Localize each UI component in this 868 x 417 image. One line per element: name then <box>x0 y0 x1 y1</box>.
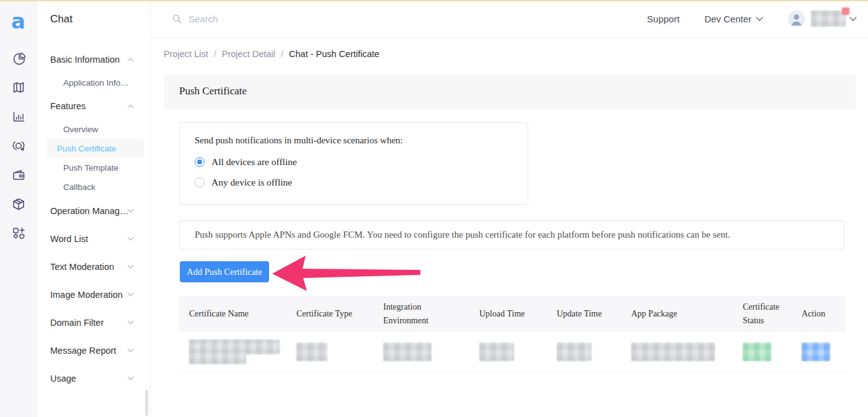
main-area: Support Dev Center Project List / Projec… <box>151 0 868 417</box>
push-support-notice: Push supports Apple APNs and Google FCM.… <box>179 220 844 249</box>
col-upload-time: Upload Time <box>469 296 547 332</box>
app-root: a Chat <box>0 0 868 417</box>
certificate-table: Certificate Name Certificate Type Integr… <box>179 296 844 372</box>
add-push-certificate-button[interactable]: Add Push Certificate <box>180 261 269 282</box>
sidebar-group-usage[interactable]: Usage <box>37 369 144 388</box>
app-package-redacted <box>631 343 715 361</box>
sidebar-item-callback[interactable]: Callback <box>43 177 144 196</box>
sidebar-group-features[interactable]: Features <box>37 97 144 115</box>
integration-environment-redacted <box>383 343 432 361</box>
shapes-plus-icon[interactable] <box>11 226 26 241</box>
push-scenario-options: All devices are offline Any device is of… <box>195 154 513 191</box>
chevron-down-icon <box>128 262 134 269</box>
push-certificate-panel: Push Certificate Send push notifications… <box>164 74 856 372</box>
radio-option-all-devices-offline[interactable]: All devices are offline <box>195 154 513 170</box>
pie-chart-icon[interactable] <box>11 51 26 66</box>
panel-body: Send push notifications in multi-device … <box>164 122 856 372</box>
sidebar-group-domain-filter[interactable]: Domain Filter <box>37 313 144 332</box>
search-icon <box>172 14 182 24</box>
col-certificate-type: Certificate Type <box>286 296 373 332</box>
chevron-down-icon <box>128 318 134 325</box>
map-icon[interactable] <box>11 80 26 95</box>
username-redacted <box>811 11 846 27</box>
chevron-down-icon <box>756 14 763 20</box>
chevron-down-icon <box>849 14 856 20</box>
sidebar-scrollbar[interactable] <box>145 390 148 416</box>
table-row <box>179 332 846 372</box>
sidebar-item-overview[interactable]: Overview <box>43 120 144 138</box>
sidebar-group-image-moderation[interactable]: Image Moderation <box>37 285 144 304</box>
chevron-down-icon <box>128 346 134 352</box>
annotation-arrow-icon <box>271 253 422 290</box>
orbit-icon[interactable] <box>11 138 26 153</box>
col-action: Action <box>792 296 846 332</box>
chevron-down-icon <box>128 374 134 380</box>
panel-header: Push Certificate <box>164 74 856 109</box>
sidebar-item-push-template[interactable]: Push Template <box>43 158 144 177</box>
panel-title: Push Certificate <box>179 85 247 97</box>
breadcrumb-separator: / <box>214 49 216 59</box>
upload-time-redacted <box>479 343 514 361</box>
sidebar-group-text-moderation[interactable]: Text Moderation <box>37 258 144 276</box>
agora-logo[interactable]: a <box>7 10 30 32</box>
col-app-package: App Package <box>621 296 733 332</box>
breadcrumb-separator: / <box>281 49 283 59</box>
breadcrumb-current-page: Chat - Push Certificate <box>289 49 379 59</box>
support-link[interactable]: Support <box>647 14 680 24</box>
product-icon-rail: a <box>0 0 37 417</box>
col-certificate-name: Certificate Name <box>179 296 286 332</box>
sidebar-group-operation-management[interactable]: Operation Manag… <box>37 202 144 220</box>
chevron-up-icon <box>128 105 134 111</box>
window-top-strip <box>0 0 868 1</box>
wallet-icon[interactable] <box>11 168 26 182</box>
search-input[interactable] <box>188 14 374 24</box>
certificate-status-redacted <box>743 343 771 361</box>
sidebar-item-push-certificate[interactable]: Push Certificate <box>46 139 144 158</box>
table-header-row: Certificate Name Certificate Type Integr… <box>179 296 846 332</box>
sidebar-group-word-list[interactable]: Word List <box>37 230 144 248</box>
sidebar-group-basic-information[interactable]: Basic Information <box>37 50 144 69</box>
chevron-down-icon <box>128 235 134 241</box>
add-certificate-row: Add Push Certificate <box>180 261 856 282</box>
col-certificate-status: Certificate Status <box>733 296 792 332</box>
col-integration-environment: Integration Environment <box>373 296 469 332</box>
col-update-time: Update Time <box>547 296 621 332</box>
certificate-type-redacted <box>296 343 327 361</box>
user-avatar[interactable] <box>788 11 805 27</box>
rail-icon-list <box>11 51 26 241</box>
sidebar-item-application-info[interactable]: Application Info… <box>43 73 144 92</box>
sidebar-group-message-report[interactable]: Message Report <box>37 341 144 360</box>
certificate-name-redacted <box>189 339 280 364</box>
push-scenario-label: Send push notifications in multi-device … <box>195 135 513 146</box>
breadcrumb-project-list[interactable]: Project List <box>164 49 208 59</box>
radio-selected-icon[interactable] <box>195 157 205 167</box>
dev-center-menu[interactable]: Dev Center <box>704 14 762 24</box>
radio-unselected-icon[interactable] <box>195 177 205 187</box>
breadcrumb-project-detail[interactable]: Project Detail <box>222 49 275 59</box>
user-menu[interactable] <box>811 11 856 27</box>
notification-badge <box>842 7 849 15</box>
product-title: Chat <box>37 0 150 38</box>
topbar: Support Dev Center <box>151 0 868 38</box>
update-time-redacted <box>557 343 591 361</box>
action-links-redacted[interactable] <box>802 343 830 361</box>
chevron-down-icon <box>128 290 134 297</box>
search-box <box>172 14 647 24</box>
package-box-icon[interactable] <box>11 197 26 212</box>
radio-option-any-device-offline[interactable]: Any device is offline <box>195 174 513 191</box>
bar-chart-icon[interactable] <box>11 109 26 124</box>
breadcrumb: Project List / Project Detail / Chat - P… <box>164 49 379 59</box>
chevron-up-icon <box>128 58 134 65</box>
sidebar-nav: Basic Information Application Info… Feat… <box>37 50 150 388</box>
push-scenario-card: Send push notifications in multi-device … <box>179 122 528 205</box>
sidebar: Chat Basic Information Application Info…… <box>37 0 151 417</box>
